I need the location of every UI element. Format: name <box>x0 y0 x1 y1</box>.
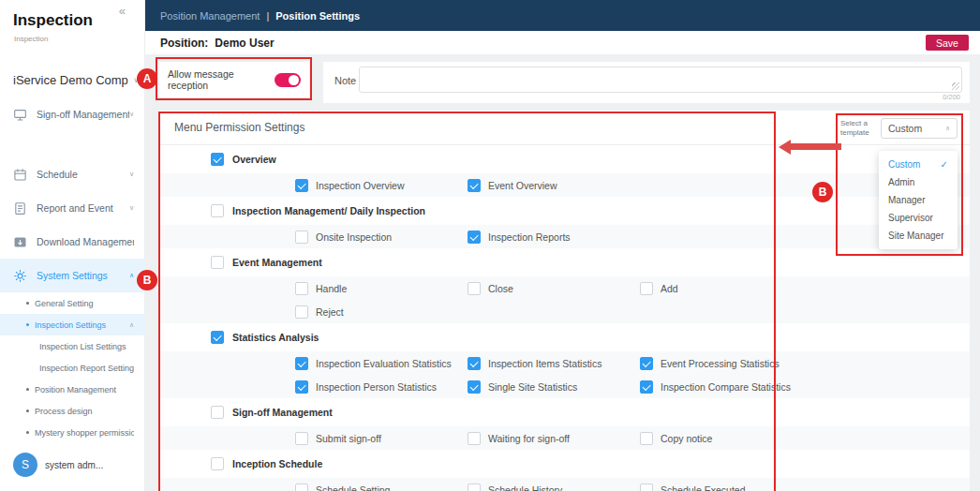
checkbox-sign-off-management[interactable] <box>211 406 224 419</box>
permission-group-row: Inception Schedule <box>159 450 970 478</box>
checkbox-inspection-person-statistics[interactable] <box>295 380 308 394</box>
permission-item: Inspection Reports <box>468 231 640 244</box>
breadcrumb-position-management[interactable]: Position Management <box>160 10 260 22</box>
permission-child-row: Inspection Evaluation StatisticsInspecti… <box>159 351 970 375</box>
permission-item: Schedule Executed <box>640 484 812 491</box>
company-name: iService Demo Comp <box>13 73 131 87</box>
permission-children: Inspection OverviewEvent Overview <box>159 173 970 197</box>
permission-group-label: Sign-off Management <box>232 407 333 418</box>
permission-item: Close <box>468 282 640 295</box>
chevron-up-icon: ∧ <box>129 321 134 329</box>
sidebar-subitem-label: General Setting <box>35 299 134 308</box>
checkbox-event-processing-statistics[interactable] <box>640 357 653 370</box>
checkbox-handle[interactable] <box>295 282 308 295</box>
template-option-manager[interactable]: Manager <box>879 191 958 209</box>
checkbox-event-overview[interactable] <box>468 179 481 192</box>
sidebar-item-schedule[interactable]: Schedule∨ <box>0 157 145 191</box>
checkbox-single-site-statistics[interactable] <box>468 380 481 394</box>
sidebar-menu: Sign-off Management∨Schedule∨Report and … <box>0 97 145 292</box>
permission-group-row: Overview <box>159 145 970 173</box>
permission-item: Inspection Overview <box>295 179 468 192</box>
permission-item: Onsite Inspection <box>295 231 468 244</box>
permission-item-label: Close <box>488 283 513 294</box>
note-input[interactable] <box>359 67 962 93</box>
collapse-sidebar-icon[interactable] <box>119 4 126 18</box>
permission-item-label: Inspection Overview <box>316 180 405 191</box>
template-option-supervisor[interactable]: Supervisor <box>879 209 958 227</box>
sidebar-subitem-label: Process design <box>35 407 134 416</box>
template-select[interactable]: Custom <box>881 118 958 139</box>
checkbox-schedule-setting[interactable] <box>295 484 308 491</box>
checkbox-waiting-for-sign-off[interactable] <box>468 432 481 445</box>
company-selector[interactable]: iService Demo Comp <box>13 73 139 87</box>
checkbox-overview[interactable] <box>211 153 224 166</box>
checkbox-inspection-compare-statistics[interactable] <box>640 380 653 394</box>
note-label: Note <box>334 75 356 86</box>
permission-item-label: Inspection Person Statistics <box>316 381 437 393</box>
template-option-site-manager[interactable]: Site Manager <box>879 227 958 245</box>
permission-child-row: Reject <box>159 300 970 323</box>
permission-item: Inspection Person Statistics <box>295 380 468 394</box>
sidebar-subitem-process-design[interactable]: Process design <box>0 400 145 422</box>
message-reception-toggle[interactable] <box>275 73 301 87</box>
sidebar-item-download-management[interactable]: Download Management <box>0 225 145 259</box>
checkbox-inspection-overview[interactable] <box>295 179 308 192</box>
template-option-admin[interactable]: Admin <box>879 173 958 191</box>
checkbox-inspection-evaluation-statistics[interactable] <box>295 357 308 370</box>
permission-child-row: Submit sign-offWaiting for sign-offCopy … <box>159 426 970 450</box>
sidebar-subitem-inspection-report-settings[interactable]: Inspection Report Settings <box>0 357 145 379</box>
sidebar-subitem-inspection-settings[interactable]: Inspection Settings∧ <box>0 314 145 335</box>
permission-item-label: Submit sign-off <box>316 433 381 444</box>
sidebar-subitem-general-setting[interactable]: General Setting <box>0 292 145 314</box>
sidebar-subitem-mystery-shopper-permissions[interactable]: Mystery shopper permissions <box>0 422 145 443</box>
permission-item-label: Inspection Reports <box>488 231 571 243</box>
sidebar-subitem-label: Position Management <box>35 385 134 394</box>
user-account[interactable]: S system adm... <box>13 453 103 477</box>
permission-children: Onsite InspectionInspection Reports <box>159 225 970 248</box>
menu-permission-panel: Menu Permission Settings OverviewInspect… <box>159 111 970 491</box>
checkbox-add[interactable] <box>640 282 653 295</box>
template-option-custom[interactable]: Custom✓ <box>879 156 958 173</box>
permission-group-row: Statistics Analysis <box>159 323 970 351</box>
sidebar-item-system-settings[interactable]: System Settings∧ <box>0 259 145 292</box>
permission-item: Event Processing Statistics <box>640 357 812 370</box>
checkbox-inspection-management-daily-inspection[interactable] <box>211 204 224 217</box>
permission-item: Schedule History <box>468 484 640 491</box>
sidebar-submenu: General SettingInspection Settings∧Inspe… <box>0 292 145 443</box>
sidebar-item-label: Download Management <box>37 236 134 247</box>
permission-children: Submit sign-offWaiting for sign-offCopy … <box>159 426 970 450</box>
checkbox-onsite-inspection[interactable] <box>295 231 308 244</box>
sidebar-item-report-and-event[interactable]: Report and Event∨ <box>0 191 145 225</box>
save-button[interactable]: Save <box>926 35 969 51</box>
checkbox-inception-schedule[interactable] <box>211 457 224 470</box>
checkbox-reject[interactable] <box>295 305 308 319</box>
bullet-icon <box>26 431 29 434</box>
permission-group-row: Event Management <box>159 248 970 276</box>
checkbox-inspection-reports[interactable] <box>468 231 481 244</box>
permission-item-label: Single Site Statistics <box>488 381 577 393</box>
sidebar-item-label: Report and Event <box>37 202 129 214</box>
message-reception-panel: Allow message reception <box>159 62 309 97</box>
permission-item: Inspection Compare Statistics <box>640 380 812 394</box>
checkbox-submit-sign-off[interactable] <box>295 432 308 445</box>
sidebar-item-sign-off-management[interactable]: Sign-off Management∨ <box>0 97 145 131</box>
permission-group-label: Event Management <box>232 257 322 268</box>
sidebar-subitem-inspection-list-settings[interactable]: Inspection List Settings <box>0 335 145 357</box>
user-name: system adm... <box>45 460 103 470</box>
permission-group-row: Sign-off Management <box>159 398 970 426</box>
sidebar-subitem-position-management[interactable]: Position Management <box>0 379 145 400</box>
download-icon <box>13 235 27 249</box>
checkbox-copy-notice[interactable] <box>640 432 653 445</box>
checkbox-close[interactable] <box>468 282 481 295</box>
chevron-down-icon <box>133 76 139 84</box>
app-subtitle: Inspection <box>14 35 48 43</box>
checkbox-inspection-items-statistics[interactable] <box>468 357 481 370</box>
permission-item-label: Handle <box>316 283 347 294</box>
checkbox-schedule-history[interactable] <box>468 484 481 491</box>
checkbox-schedule-executed[interactable] <box>640 484 653 491</box>
sidebar-nav: Sign-off Management∨Schedule∨Report and … <box>0 97 145 443</box>
checkbox-event-management[interactable] <box>211 256 224 269</box>
permission-group-label: Statistics Analysis <box>232 332 319 343</box>
permission-item-label: Waiting for sign-off <box>488 433 570 444</box>
checkbox-statistics-analysis[interactable] <box>211 331 224 344</box>
